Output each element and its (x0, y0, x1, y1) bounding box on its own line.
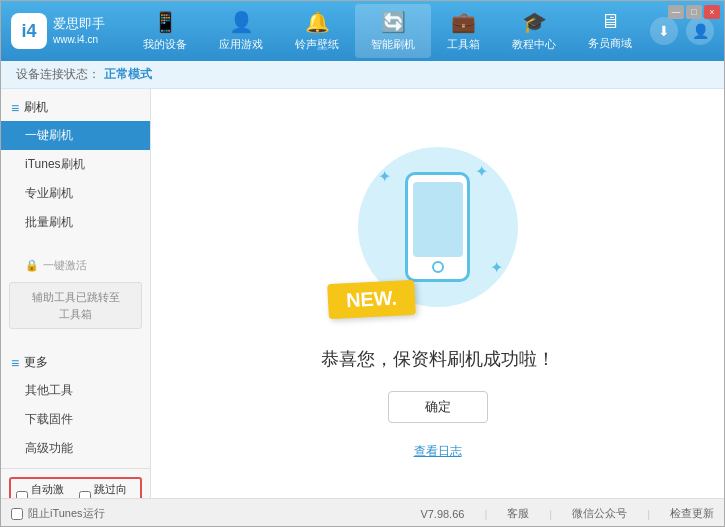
main: ≡ 刷机 一键刷机 iTunes刷机 专业刷机 批量刷机 🔒 一键激活 辅助工具… (1, 89, 724, 498)
footer-right: V7.98.66 | 客服 | 微信公众号 | 检查更新 (420, 506, 714, 521)
sidebar-flash-section: ≡ 刷机 一键刷机 iTunes刷机 专业刷机 批量刷机 (1, 89, 150, 242)
nav-service-label: 务员商域 (588, 36, 632, 51)
sidebar: ≡ 刷机 一键刷机 iTunes刷机 专业刷机 批量刷机 🔒 一键激活 辅助工具… (1, 89, 151, 498)
ringtone-icon: 🔔 (305, 10, 330, 34)
sidebar-item-one-key-flash[interactable]: 一键刷机 (1, 121, 150, 150)
auto-activate-checkbox-label[interactable]: 自动激活 (16, 482, 73, 498)
more-section-icon: ≡ (11, 355, 19, 371)
skip-guide-checkbox[interactable] (79, 491, 91, 498)
status-bar: 设备连接状态： 正常模式 (1, 61, 724, 89)
auto-activate-label: 自动激活 (31, 482, 73, 498)
sidebar-more-section: ≡ 更多 其他工具 下载固件 高级功能 (1, 344, 150, 468)
footer-left: 阻止iTunes运行 (11, 506, 420, 521)
footer-divider-1: | (484, 508, 487, 520)
view-log-link[interactable]: 查看日志 (414, 443, 462, 460)
nav-smart-flash-label: 智能刷机 (371, 37, 415, 52)
nav-service[interactable]: 🖥 务员商域 (572, 4, 648, 58)
nav-ringtone-label: 铃声壁纸 (295, 37, 339, 52)
sidebar-item-batch-flash[interactable]: 批量刷机 (1, 208, 150, 237)
content-area: ✦ ✦ ✦ NEW. 恭喜您，保资料刷机成功啦！ 确定 查看日志 (151, 89, 724, 498)
footer-service-link[interactable]: 客服 (507, 506, 529, 521)
sidebar-bottom: 自动激活 跳过向导 📱 iPhone 15 Pro Max 512GB iPho… (1, 468, 150, 498)
itunes-block-label: 阻止iTunes运行 (28, 506, 105, 521)
window-controls: — □ × (668, 5, 720, 19)
nav-apps-games-label: 应用游戏 (219, 37, 263, 52)
minimize-button[interactable]: — (668, 5, 684, 19)
close-button[interactable]: × (704, 5, 720, 19)
sidebar-more-label: 更多 (24, 354, 48, 371)
skip-guide-label: 跳过向导 (94, 482, 136, 498)
my-device-icon: 📱 (153, 10, 178, 34)
nav-smart-flash[interactable]: 🔄 智能刷机 (355, 4, 431, 58)
nav-tutorial-label: 教程中心 (512, 37, 556, 52)
success-message: 恭喜您，保资料刷机成功啦！ (321, 347, 555, 371)
auto-activate-checkbox[interactable] (16, 491, 28, 498)
sidebar-item-pro-flash[interactable]: 专业刷机 (1, 179, 150, 208)
toolbox-icon: 💼 (451, 10, 476, 34)
skip-guide-checkbox-label[interactable]: 跳过向导 (79, 482, 136, 498)
sidebar-item-other-tools[interactable]: 其他工具 (1, 376, 150, 405)
header: i4 爱思即手 www.i4.cn 📱 我的设备 👤 应用游戏 🔔 铃声壁纸 🔄… (1, 1, 724, 61)
nav-ringtone[interactable]: 🔔 铃声壁纸 (279, 4, 355, 58)
status-value: 正常模式 (104, 66, 152, 83)
sidebar-activate-section: 🔒 一键激活 辅助工具已跳转至工具箱 (1, 248, 150, 338)
phone-illustration: ✦ ✦ ✦ NEW. (338, 127, 538, 327)
sparkle-1: ✦ (378, 167, 391, 186)
status-label: 设备连接状态： (16, 66, 100, 83)
footer-divider-3: | (647, 508, 650, 520)
footer-divider-2: | (549, 508, 552, 520)
user-button[interactable]: 👤 (686, 17, 714, 45)
sidebar-item-advanced[interactable]: 高级功能 (1, 434, 150, 463)
sidebar-flash-label: 刷机 (24, 99, 48, 116)
version-label: V7.98.66 (420, 508, 464, 520)
sparkle-2: ✦ (475, 162, 488, 181)
footer: 阻止iTunes运行 V7.98.66 | 客服 | 微信公众号 | 检查更新 (1, 498, 724, 527)
phone-home-button (432, 261, 444, 273)
header-right: ⬇ 👤 (650, 17, 714, 45)
smart-flash-icon: 🔄 (381, 10, 406, 34)
sidebar-activate-header: 🔒 一键激活 (1, 253, 150, 278)
nav-apps-games[interactable]: 👤 应用游戏 (203, 4, 279, 58)
logo-text: 爱思即手 www.i4.cn (53, 16, 105, 46)
phone-screen (413, 182, 463, 257)
sparkle-3: ✦ (490, 258, 503, 277)
apps-games-icon: 👤 (229, 10, 254, 34)
sidebar-activate-label: 一键激活 (43, 258, 87, 273)
sidebar-item-itunes-flash[interactable]: iTunes刷机 (1, 150, 150, 179)
auto-activate-row: 自动激活 跳过向导 (9, 477, 142, 498)
disabled-notice-text: 辅助工具已跳转至工具箱 (32, 291, 120, 320)
confirm-button[interactable]: 确定 (388, 391, 488, 423)
sidebar-item-download-firmware[interactable]: 下载固件 (1, 405, 150, 434)
sidebar-flash-header: ≡ 刷机 (1, 94, 150, 121)
logo-icon: i4 (11, 13, 47, 49)
itunes-block-checkbox[interactable] (11, 508, 23, 520)
sidebar-more-header: ≡ 更多 (1, 349, 150, 376)
sidebar-disabled-notice: 辅助工具已跳转至工具箱 (9, 282, 142, 329)
nav-my-device-label: 我的设备 (143, 37, 187, 52)
maximize-button[interactable]: □ (686, 5, 702, 19)
footer-check-update-link[interactable]: 检查更新 (670, 506, 714, 521)
new-badge: NEW. (327, 280, 416, 320)
download-button[interactable]: ⬇ (650, 17, 678, 45)
nav-toolbox[interactable]: 💼 工具箱 (431, 4, 496, 58)
phone-body (405, 172, 470, 282)
logo: i4 爱思即手 www.i4.cn (11, 13, 105, 49)
nav: 📱 我的设备 👤 应用游戏 🔔 铃声壁纸 🔄 智能刷机 💼 工具箱 🎓 (125, 4, 650, 58)
nav-tutorial[interactable]: 🎓 教程中心 (496, 4, 572, 58)
nav-my-device[interactable]: 📱 我的设备 (127, 4, 203, 58)
tutorial-icon: 🎓 (522, 10, 547, 34)
flash-section-icon: ≡ (11, 100, 19, 116)
footer-wechat-link[interactable]: 微信公众号 (572, 506, 627, 521)
service-icon: 🖥 (600, 10, 620, 33)
nav-toolbox-label: 工具箱 (447, 37, 480, 52)
success-card: ✦ ✦ ✦ NEW. 恭喜您，保资料刷机成功啦！ 确定 查看日志 (321, 127, 555, 460)
